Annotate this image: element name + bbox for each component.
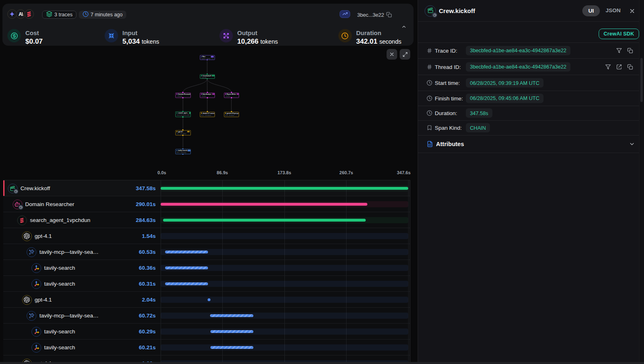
hash-icon — [427, 64, 432, 70]
tavily-icon — [31, 279, 41, 289]
span-row-gpt-4.1[interactable]: gpt-4.11.54s — [3, 228, 410, 244]
clock-icon — [427, 80, 432, 86]
detail-row-duration: Duration: 347.58s — [418, 106, 644, 121]
span-duration: 290.01s — [136, 196, 156, 212]
clock-icon — [427, 110, 432, 116]
detail-value-chip[interactable]: 06/28/2025, 09:39:19 AM UTC — [466, 78, 543, 88]
span-row-Crew.kickoff[interactable]: Crew.kickoff347.58s — [3, 180, 410, 196]
trace-summary-card: A\ 3 traces 7 minutes ago 3bec...3e22 Co… — [2, 4, 414, 46]
graph-node-claude[interactable]: claude-3.7-sonnetllm26.1s · 4.1k tokens — [200, 112, 215, 117]
node-handle — [182, 97, 183, 98]
chevron-up-icon[interactable] — [401, 24, 407, 29]
file-json-icon — [427, 141, 433, 147]
funnel-icon[interactable] — [616, 48, 622, 53]
input-icon — [105, 29, 118, 42]
graph-node-gemini[interactable]: gemini-2.5-pro-pr…llm30.9s · 6k tokens — [224, 112, 239, 117]
span-row-gpt-4.1[interactable]: gpt-4.12.04s — [3, 292, 410, 308]
span-row-Domain Researcher[interactable]: Domain Researcher290.01s — [3, 196, 410, 212]
cost-icon — [7, 29, 21, 42]
detail-label: Trace ID: — [435, 47, 457, 53]
external-link-icon[interactable] — [616, 64, 622, 70]
trace-metrics-button[interactable] — [340, 10, 350, 18]
tab-ui[interactable]: UI — [582, 5, 600, 16]
traces-count-label: 3 traces — [54, 12, 72, 18]
span-name: Crew.kickoff — [20, 180, 50, 196]
clock-subbadge-icon — [18, 204, 24, 210]
detail-label: Start time: — [435, 80, 460, 86]
node-handle — [182, 92, 183, 93]
copy-trace-id-icon[interactable] — [386, 12, 392, 18]
stat-value: 342.01 seconds — [356, 38, 402, 46]
detail-value-chip[interactable]: 347.58s — [466, 109, 492, 118]
stat-label: Duration — [356, 29, 402, 36]
copy-icon[interactable] — [627, 64, 633, 70]
span-track — [161, 233, 408, 239]
span-detail-panel: Crew.kickoff UI JSON CrewAI SDK Trace ID… — [418, 0, 644, 364]
selected-indicator — [3, 180, 4, 196]
detail-label: Span Kind: — [435, 125, 462, 131]
detail-label: Duration: — [435, 110, 457, 116]
funnel-icon[interactable] — [605, 64, 611, 70]
stat-input: Input 5,034 tokens — [105, 29, 159, 46]
span-name: tavily-mcp---tavily-sea… — [39, 308, 98, 324]
axis-tick: 173.8s — [277, 170, 291, 175]
span-bar — [163, 219, 366, 222]
span-row-tavily-search[interactable]: tavily-search60.31s — [3, 276, 410, 292]
axis-tick: 0.0s — [157, 170, 166, 175]
node-handle — [182, 129, 183, 131]
scrollbar-thumb[interactable] — [640, 58, 643, 102]
span-track — [161, 344, 408, 351]
axis-tick: 347.6s — [397, 170, 411, 175]
bookmark-icon — [427, 125, 432, 131]
span-row-search_agent_1vpchdun[interactable]: search_agent_1vpchdun284.63s — [3, 212, 410, 228]
duration-icon — [338, 29, 352, 42]
clock-subbadge-icon — [432, 12, 438, 18]
stat-cost: Cost $0.07 — [7, 29, 43, 46]
trace-id-short: 3bec...3e22 — [357, 12, 384, 18]
openai-icon — [22, 231, 32, 241]
traces-count-badge[interactable]: 3 traces — [42, 11, 76, 19]
panel-header: Crew.kickoff UI JSON — [418, 0, 644, 22]
attributes-section-header[interactable]: Attributes — [418, 135, 644, 153]
detail-row-traceid: Trace ID: 3becbfed-a1be-ae84-ea3c-494286… — [418, 42, 644, 59]
span-name: tavily-search — [44, 340, 75, 355]
output-icon — [219, 29, 233, 42]
tools-icon — [27, 247, 36, 257]
span-duration: 60.29s — [139, 324, 156, 340]
tavily-icon — [31, 343, 41, 353]
agent-icon — [13, 200, 22, 209]
span-bar — [210, 346, 253, 349]
span-bar — [165, 251, 208, 253]
span-row-tavily-search[interactable]: tavily-search60.21s — [3, 340, 410, 355]
detail-value-chip[interactable]: 3becbfed-a1be-ae84-ea3c-4942867a3e22 — [466, 62, 570, 71]
span-name: search_agent_1vpchdun — [30, 212, 90, 228]
clock-icon — [427, 95, 432, 101]
stat-value: 5,034 tokens — [123, 38, 159, 46]
graph-expand-button[interactable] — [400, 49, 410, 60]
copy-icon[interactable] — [627, 48, 633, 53]
hash-icon — [427, 48, 432, 53]
span-row-tavily-search[interactable]: tavily-search60.36s — [3, 260, 410, 276]
detail-value-chip[interactable]: 06/28/2025, 09:45:06 AM UTC — [466, 93, 543, 103]
tab-json[interactable]: JSON — [606, 7, 621, 13]
attributes-label: Attributes — [436, 141, 464, 147]
clock-subbadge-icon — [13, 189, 19, 194]
span-duration: 60.36s — [139, 260, 156, 276]
detail-value-chip[interactable]: 3becbfed-a1be-ae84-ea3c-4942867a3e22 — [466, 46, 570, 55]
node-handle — [207, 111, 208, 112]
detail-label: Thread ID: — [435, 64, 461, 70]
span-row-tavily-mcp---tavily-sea…[interactable]: tavily-mcp---tavily-sea…60.72s — [3, 308, 410, 324]
span-name: gpt-4.1 — [35, 292, 52, 308]
graph-edges — [2, 46, 414, 165]
span-row-tavily-search[interactable]: tavily-search60.29s — [3, 324, 410, 340]
graph-close-button[interactable] — [387, 49, 397, 60]
detail-value-chip[interactable]: CHAIN — [466, 123, 490, 133]
span-bar — [165, 266, 208, 269]
panel-close-icon[interactable] — [629, 8, 635, 14]
span-duration: 2.04s — [142, 292, 156, 308]
trace-viewer-app: A\ 3 traces 7 minutes ago 3bec...3e22 Co… — [0, 0, 644, 364]
span-name: Domain Researcher — [25, 196, 74, 212]
crew-span-icon — [425, 5, 436, 17]
span-row-tavily-mcp---tavily-sea…[interactable]: tavily-mcp---tavily-sea…60.53s — [3, 244, 410, 260]
span-name: tavily-search — [44, 260, 75, 276]
